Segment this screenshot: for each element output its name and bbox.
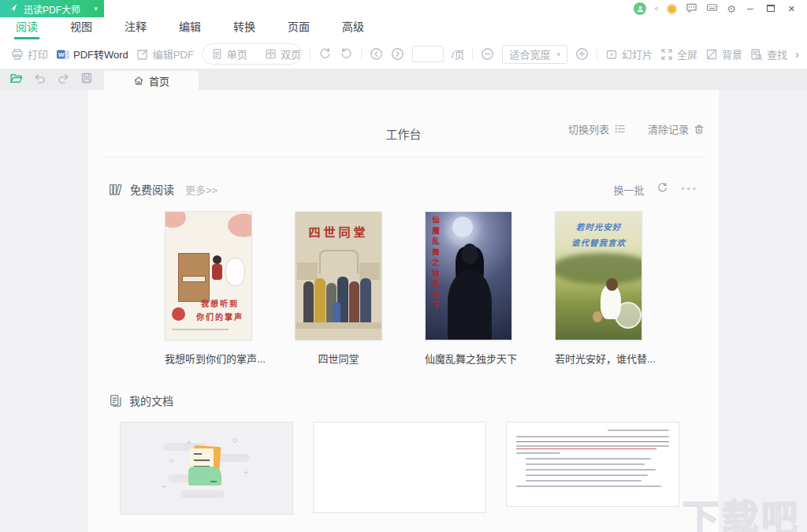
save-icon[interactable]: [80, 72, 93, 87]
cover-stamp: [172, 307, 185, 321]
empty-folder-illustration: + + +: [163, 437, 250, 500]
document-thumbnail[interactable]: + + +: [120, 422, 293, 515]
free-reading-more-link[interactable]: 更多>>: [185, 182, 218, 197]
app-title: 迅读PDF大师: [24, 2, 80, 16]
single-page-button[interactable]: 单页: [203, 44, 256, 64]
my-documents-header: 我的文档: [109, 392, 698, 408]
undo-icon[interactable]: [33, 72, 46, 88]
cover-title: 仙魔乱舞之独步天下: [430, 216, 441, 334]
settings-gear-icon[interactable]: ⚙: [727, 4, 736, 14]
maximize-button[interactable]: [764, 3, 777, 15]
print-button[interactable]: 打印: [11, 47, 48, 61]
cover-title: 四世同堂: [296, 223, 381, 240]
book-cover[interactable]: 若时光安好 谁代替我言欢: [555, 211, 642, 340]
book-title: 我想听到你们的掌声...: [165, 351, 252, 366]
book-title: 若时光安好，谁代替...: [555, 351, 642, 366]
reading-toolbar: 打印 W PDF转Word 编辑PDF 单页 双页 /页 适合: [0, 39, 807, 69]
quick-actions: [0, 69, 102, 90]
menu-tab-edit[interactable]: 编辑: [177, 16, 203, 39]
main-area: 工作台 切换列表 清除记录 免费阅读 更多>> 换一批: [0, 90, 807, 532]
free-reading-header: 免费阅读 更多>> 换一批 •••: [109, 181, 698, 197]
book-cover[interactable]: 四世同堂: [295, 211, 382, 340]
zoom-out-button[interactable]: [481, 47, 494, 61]
cover-title: 若时光安好 谁代替我言欢: [556, 220, 642, 251]
background-button[interactable]: 背景: [705, 47, 742, 61]
book-card[interactable]: 若时光安好 谁代替我言欢 若时光安好，谁代替...: [555, 211, 642, 366]
menu-tab-annotate[interactable]: 注释: [123, 16, 148, 39]
vip-medal-icon[interactable]: [667, 4, 677, 14]
zoom-in-button[interactable]: [575, 47, 589, 61]
rotate-counterclockwise-button[interactable]: [340, 47, 353, 61]
app-menu-badge[interactable]: 迅读PDF大师 ▾: [0, 0, 104, 17]
rotate-clockwise-button[interactable]: [318, 47, 332, 61]
switch-list-button[interactable]: 切换列表: [568, 121, 626, 136]
status-dot: [655, 7, 658, 10]
document-thumbnail[interactable]: [506, 422, 679, 507]
toolbar-overflow-chevron[interactable]: ›: [795, 47, 799, 61]
fullscreen-button[interactable]: 全屏: [660, 47, 697, 61]
find-button[interactable]: 查找: [750, 47, 787, 61]
titlebar-actions: ⚙ ─ ✕: [634, 2, 807, 17]
cover-title: 我想听到 你们的掌声: [192, 297, 247, 324]
page-layout-toggle: 单页 双页: [202, 43, 302, 65]
my-documents-title: 我的文档: [129, 392, 173, 408]
free-reading-books: 我想听到 你们的掌声 我想听到你们的掌声... 四世同堂: [88, 211, 719, 366]
close-button[interactable]: ✕: [786, 3, 798, 15]
select-caret-icon: ▾: [556, 50, 560, 58]
more-options-icon[interactable]: •••: [681, 184, 698, 195]
menu-tab-read[interactable]: 阅读: [14, 16, 39, 39]
book-card[interactable]: 我想听到 你们的掌声 我想听到你们的掌声...: [165, 211, 252, 366]
document-thumbnail[interactable]: [313, 422, 486, 513]
free-reading-title: 免费阅读: [130, 181, 174, 197]
menu-tab-advanced[interactable]: 高级: [340, 16, 366, 39]
book-cover[interactable]: 我想听到 你们的掌声: [165, 211, 252, 340]
tab-home[interactable]: 首页: [104, 71, 199, 90]
page-number-input[interactable]: [412, 46, 444, 62]
double-page-button[interactable]: 双页: [256, 44, 302, 64]
redo-icon[interactable]: [57, 72, 70, 88]
previous-page-button[interactable]: [370, 47, 383, 61]
shortcut-card-icon[interactable]: [706, 2, 718, 17]
menu-tab-view[interactable]: 视图: [69, 16, 94, 39]
book-title: 仙魔乱舞之独步天下: [425, 351, 512, 366]
document-tab-strip: 首页: [0, 69, 807, 90]
feedback-icon[interactable]: [686, 2, 697, 17]
pdf-to-word-button[interactable]: W PDF转Word: [56, 47, 128, 61]
minimize-button[interactable]: ─: [745, 3, 756, 15]
workspace-title: 工作台: [385, 125, 421, 142]
book-cover[interactable]: 仙魔乱舞之独步天下: [425, 211, 512, 340]
slideshow-button[interactable]: 幻灯片: [605, 47, 653, 61]
title-bar: 迅读PDF大师 ▾ ⚙ ─ ✕: [0, 0, 807, 17]
clear-history-button[interactable]: 清除记录: [648, 121, 705, 136]
edit-pdf-button[interactable]: 编辑PDF: [136, 47, 194, 61]
workspace-header: 工作台 切换列表 清除记录: [101, 90, 706, 158]
refresh-batch-button[interactable]: 换一批: [613, 182, 644, 197]
user-avatar[interactable]: [634, 2, 646, 15]
next-page-button[interactable]: [391, 47, 404, 61]
open-file-icon[interactable]: [9, 72, 23, 88]
book-title: 四世同堂: [295, 351, 382, 366]
book-card[interactable]: 四世同堂 四世同堂: [295, 211, 382, 366]
workspace-panel: 工作台 切换列表 清除记录 免费阅读 更多>> 换一批: [88, 90, 719, 532]
book-card[interactable]: 仙魔乱舞之独步天下 仙魔乱舞之独步天下: [425, 211, 512, 366]
refresh-icon[interactable]: [656, 182, 668, 196]
app-logo-icon: [8, 2, 18, 15]
app-menu-caret-icon: ▾: [94, 5, 98, 13]
my-documents-list: + + +: [120, 422, 719, 515]
svg-text:W: W: [58, 50, 65, 58]
ribbon-menu: 阅读 视图 注释 编辑 转换 页面 高级: [0, 17, 807, 39]
menu-tab-convert[interactable]: 转换: [232, 16, 257, 39]
page-suffix-label: /页: [452, 47, 465, 61]
zoom-mode-select[interactable]: 适合宽度 ▾: [502, 45, 567, 64]
menu-tab-page[interactable]: 页面: [286, 16, 311, 39]
